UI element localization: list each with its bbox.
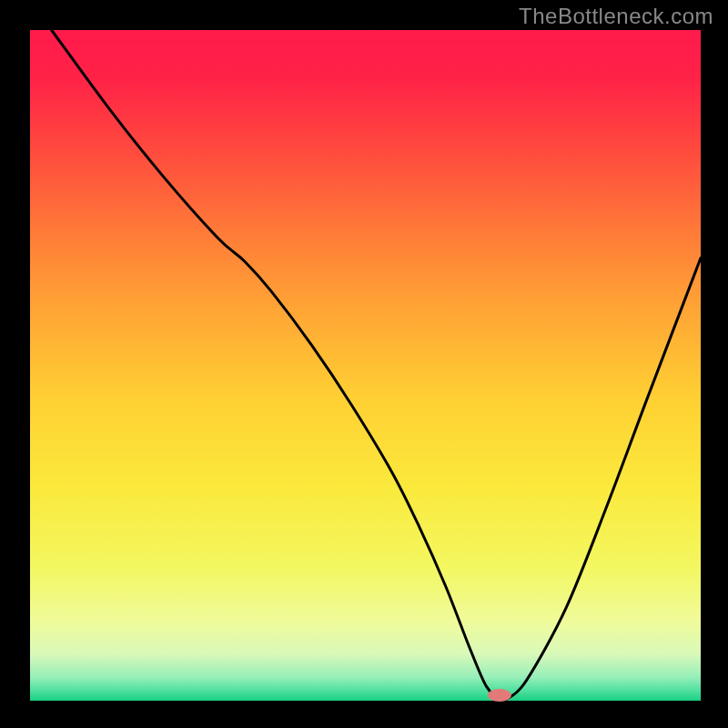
chart-container: TheBottleneck.com [0,0,728,728]
selected-point-marker [488,689,511,702]
bottleneck-chart [0,0,728,728]
watermark-label: TheBottleneck.com [519,4,713,29]
chart-gradient-background [30,30,701,701]
